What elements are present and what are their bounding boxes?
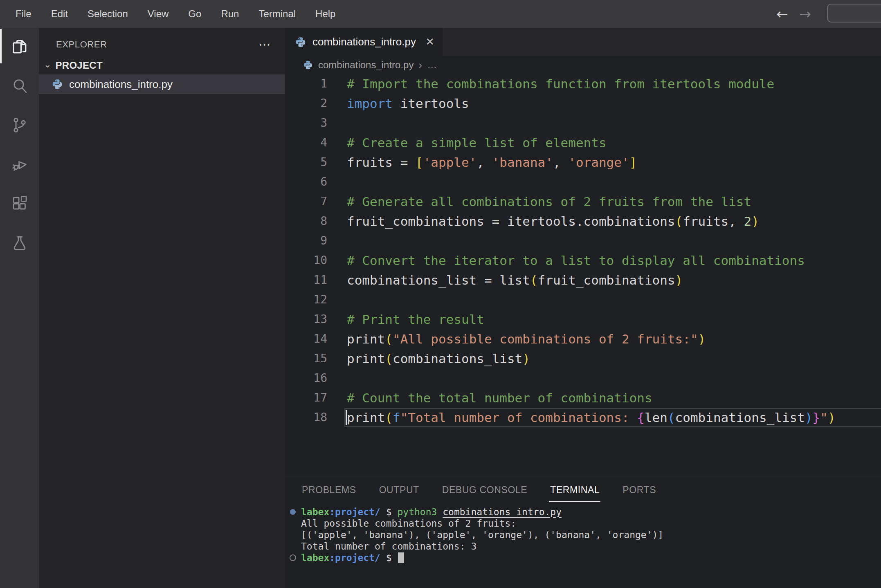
line-number: 16 [285,368,327,388]
explorer-actions-icon[interactable]: ⋯ [258,40,271,49]
panel-tab-problems[interactable]: PROBLEMS [301,476,357,502]
line-number: 18 [285,408,327,427]
menu-item-view[interactable]: View [138,0,179,28]
source-control-icon[interactable] [9,115,30,135]
panel-tab-output[interactable]: OUTPUT [378,476,420,502]
run-and-debug-icon[interactable] [9,154,30,175]
python-file-icon [303,60,313,70]
panel-tab-ports[interactable]: PORTS [622,476,657,502]
panel-tabs: PROBLEMSOUTPUTDEBUG CONSOLETERMINALPORTS [285,476,881,502]
code-line-7[interactable]: 7# Generate all combinations of 2 fruits… [285,192,881,211]
code-line-11[interactable]: 11combinations_list = list(fruit_combina… [285,270,881,290]
bottom-panel: PROBLEMSOUTPUTDEBUG CONSOLETERMINALPORTS… [285,476,881,588]
code-text: # Print the result [347,310,484,329]
vscode-window: FileEditSelectionViewGoRunTerminalHelp ←… [0,0,881,588]
explorer-sidebar: EXPLORER ⋯ ⌄ PROJECT combinations_intro.… [39,28,285,588]
breadcrumb[interactable]: combinations_intro.py › … [285,56,881,74]
code-line-4[interactable]: 4# Create a simple list of elements [285,133,881,153]
code-line-13[interactable]: 13# Print the result [285,310,881,329]
code-text: # Generate all combinations of 2 fruits … [347,192,751,211]
line-number: 5 [285,153,327,172]
active-view-indicator [0,29,2,63]
line-number: 13 [285,310,327,329]
line-number: 7 [285,192,327,211]
breadcrumb-separator-icon: › [418,59,422,72]
terminal-line-1: labex:project/ $ python3 combinations_in… [285,506,881,518]
code-line-6[interactable]: 6 [285,172,881,192]
menu-item-selection[interactable]: Selection [78,0,138,28]
line-number: 3 [285,113,327,133]
terminal-line-3: [('apple', 'banana'), ('apple', 'orange'… [285,529,881,541]
menu-bar: FileEditSelectionViewGoRunTerminalHelp ←… [0,0,881,28]
code-text: print(f"Total number of combinations: {l… [347,408,836,427]
search-icon[interactable] [9,76,30,96]
line-number: 8 [285,211,327,231]
code-line-2[interactable]: 2import itertools [285,94,881,113]
close-icon[interactable]: ✕ [423,36,434,48]
menu-item-go[interactable]: Go [178,0,211,28]
line-number: 1 [285,74,327,94]
sidebar-section-project[interactable]: ⌄ PROJECT [39,56,285,74]
line-number: 14 [285,329,327,349]
code-line-18[interactable]: 18print(f"Total number of combinations: … [285,408,881,427]
extensions-icon[interactable] [9,193,30,214]
line-number: 6 [285,172,327,192]
code-line-17[interactable]: 17# Count the total number of combinatio… [285,388,881,408]
line-number: 17 [285,388,327,408]
tab-combinations-intro[interactable]: combinations_intro.py ✕ [285,28,443,56]
tab-strip: combinations_intro.py ✕ [285,28,881,56]
code-line-9[interactable]: 9 [285,231,881,251]
line-number: 10 [285,251,327,270]
line-number: 15 [285,349,327,368]
terminal-text: labex:project/ $ [301,552,404,563]
code-line-16[interactable]: 16 [285,368,881,388]
menu-item-run[interactable]: Run [211,0,249,28]
line-number: 2 [285,94,327,113]
code-line-1[interactable]: 1# Import the combinations function from… [285,74,881,94]
tab-label: combinations_intro.py [312,36,417,48]
code-text: fruit_combinations = itertools.combinati… [347,211,759,231]
breadcrumb-file: combinations_intro.py [318,59,414,71]
code-line-10[interactable]: 10# Convert the iterator to a list to di… [285,251,881,270]
python-file-icon [51,78,63,90]
line-number: 9 [285,231,327,251]
terminal-text: Total number of combinations: 3 [301,541,476,552]
testing-flask-icon[interactable] [9,233,30,253]
back-arrow-icon[interactable]: ← [776,7,788,21]
command-search-box[interactable] [827,4,881,22]
code-line-15[interactable]: 15print(combinations_list) [285,349,881,368]
menu-item-file[interactable]: File [6,0,41,28]
terminal-text: labex:project/ $ python3 combinations_in… [301,506,562,518]
sidebar-item-combinations-intro[interactable]: combinations_intro.py [39,74,285,94]
code-line-14[interactable]: 14print("All possible combinations of 2 … [285,329,881,349]
code-text: print(combinations_list) [347,349,530,368]
terminal-text: All possible combinations of 2 fruits: [301,518,516,529]
breadcrumb-ellipsis: … [427,59,438,71]
forward-arrow-icon[interactable]: → [800,7,811,21]
menu-items: FileEditSelectionViewGoRunTerminalHelp [0,0,345,28]
code-text: # Convert the iterator to a list to disp… [347,251,805,270]
line-number: 4 [285,133,327,153]
activity-bar [0,28,39,588]
menu-item-help[interactable]: Help [306,0,345,28]
code-line-5[interactable]: 5fruits = ['apple', 'banana', 'orange'] [285,153,881,172]
code-line-8[interactable]: 8fruit_combinations = itertools.combinat… [285,211,881,231]
menu-item-terminal[interactable]: Terminal [249,0,306,28]
terminal[interactable]: labex:project/ $ python3 combinations_in… [285,506,881,563]
project-folder-label: PROJECT [55,60,102,71]
panel-tab-terminal[interactable]: TERMINAL [549,476,600,502]
chevron-down-icon: ⌄ [44,59,51,70]
terminal-line-5: labex:project/ $ [285,552,881,563]
command-decoration-filled-icon [290,509,296,515]
code-editor[interactable]: 1# Import the combinations function from… [285,74,881,476]
code-text: print("All possible combinations of 2 fr… [347,329,706,349]
history-navigation: ← → [776,0,811,28]
code-line-3[interactable]: 3 [285,113,881,133]
terminal-text: [('apple', 'banana'), ('apple', 'orange'… [301,529,663,541]
command-decoration-hollow-icon [290,554,296,561]
menu-item-edit[interactable]: Edit [41,0,78,28]
explorer-icon[interactable] [9,36,30,57]
panel-tab-debug-console[interactable]: DEBUG CONSOLE [441,476,528,502]
code-text: combinations_list = list(fruit_combinati… [347,270,683,290]
code-line-12[interactable]: 12 [285,290,881,310]
